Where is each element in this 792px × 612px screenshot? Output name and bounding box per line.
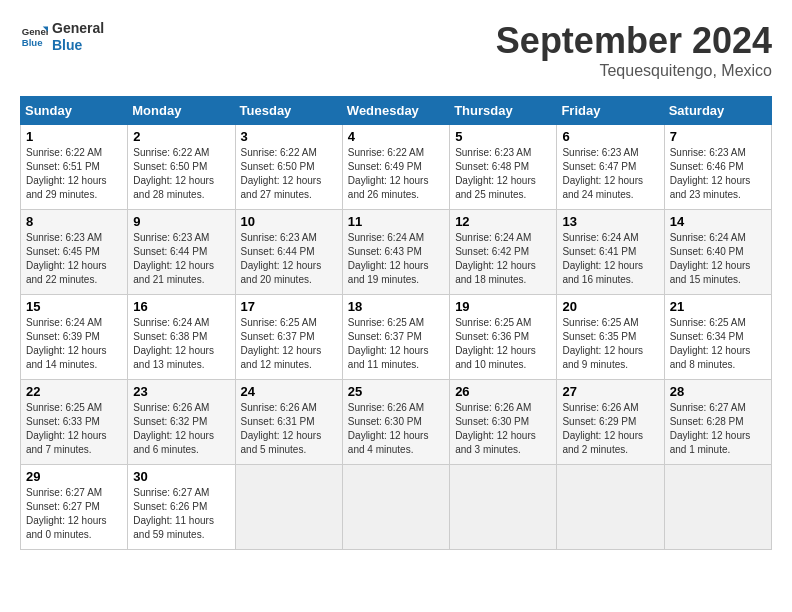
calendar-cell: 23 Sunrise: 6:26 AM Sunset: 6:32 PM Dayl… — [128, 380, 235, 465]
logo: General Blue General Blue — [20, 20, 104, 54]
weekday-header: Sunday — [21, 97, 128, 125]
weekday-header: Saturday — [664, 97, 771, 125]
day-detail: Sunrise: 6:27 AM Sunset: 6:28 PM Dayligh… — [670, 401, 766, 457]
calendar-cell: 21 Sunrise: 6:25 AM Sunset: 6:34 PM Dayl… — [664, 295, 771, 380]
day-number: 14 — [670, 214, 766, 229]
logo-blue: Blue — [52, 37, 104, 54]
calendar-cell — [557, 465, 664, 550]
title-block: September 2024 Tequesquitengo, Mexico — [496, 20, 772, 80]
calendar-cell: 4 Sunrise: 6:22 AM Sunset: 6:49 PM Dayli… — [342, 125, 449, 210]
day-detail: Sunrise: 6:23 AM Sunset: 6:46 PM Dayligh… — [670, 146, 766, 202]
day-number: 10 — [241, 214, 337, 229]
day-number: 24 — [241, 384, 337, 399]
month-title: September 2024 — [496, 20, 772, 62]
calendar-cell: 17 Sunrise: 6:25 AM Sunset: 6:37 PM Dayl… — [235, 295, 342, 380]
day-detail: Sunrise: 6:24 AM Sunset: 6:43 PM Dayligh… — [348, 231, 444, 287]
day-number: 21 — [670, 299, 766, 314]
calendar-cell: 11 Sunrise: 6:24 AM Sunset: 6:43 PM Dayl… — [342, 210, 449, 295]
svg-text:Blue: Blue — [22, 37, 43, 48]
calendar-cell: 2 Sunrise: 6:22 AM Sunset: 6:50 PM Dayli… — [128, 125, 235, 210]
day-detail: Sunrise: 6:25 AM Sunset: 6:37 PM Dayligh… — [241, 316, 337, 372]
calendar-body: 1 Sunrise: 6:22 AM Sunset: 6:51 PM Dayli… — [21, 125, 772, 550]
day-detail: Sunrise: 6:26 AM Sunset: 6:29 PM Dayligh… — [562, 401, 658, 457]
calendar-row: 1 Sunrise: 6:22 AM Sunset: 6:51 PM Dayli… — [21, 125, 772, 210]
calendar-cell: 12 Sunrise: 6:24 AM Sunset: 6:42 PM Dayl… — [450, 210, 557, 295]
day-detail: Sunrise: 6:24 AM Sunset: 6:42 PM Dayligh… — [455, 231, 551, 287]
day-detail: Sunrise: 6:25 AM Sunset: 6:33 PM Dayligh… — [26, 401, 122, 457]
day-number: 11 — [348, 214, 444, 229]
day-number: 3 — [241, 129, 337, 144]
day-number: 26 — [455, 384, 551, 399]
weekday-header: Tuesday — [235, 97, 342, 125]
calendar-cell: 20 Sunrise: 6:25 AM Sunset: 6:35 PM Dayl… — [557, 295, 664, 380]
day-number: 16 — [133, 299, 229, 314]
svg-text:General: General — [22, 26, 48, 37]
calendar-row: 8 Sunrise: 6:23 AM Sunset: 6:45 PM Dayli… — [21, 210, 772, 295]
weekday-header: Thursday — [450, 97, 557, 125]
weekday-header: Wednesday — [342, 97, 449, 125]
day-detail: Sunrise: 6:24 AM Sunset: 6:40 PM Dayligh… — [670, 231, 766, 287]
calendar-row: 29 Sunrise: 6:27 AM Sunset: 6:27 PM Dayl… — [21, 465, 772, 550]
day-detail: Sunrise: 6:23 AM Sunset: 6:44 PM Dayligh… — [241, 231, 337, 287]
calendar-cell: 9 Sunrise: 6:23 AM Sunset: 6:44 PM Dayli… — [128, 210, 235, 295]
page-header: General Blue General Blue September 2024… — [20, 20, 772, 80]
day-number: 7 — [670, 129, 766, 144]
calendar-cell: 8 Sunrise: 6:23 AM Sunset: 6:45 PM Dayli… — [21, 210, 128, 295]
day-detail: Sunrise: 6:23 AM Sunset: 6:48 PM Dayligh… — [455, 146, 551, 202]
day-number: 13 — [562, 214, 658, 229]
calendar-cell: 28 Sunrise: 6:27 AM Sunset: 6:28 PM Dayl… — [664, 380, 771, 465]
calendar-cell: 22 Sunrise: 6:25 AM Sunset: 6:33 PM Dayl… — [21, 380, 128, 465]
calendar-cell — [664, 465, 771, 550]
day-detail: Sunrise: 6:23 AM Sunset: 6:47 PM Dayligh… — [562, 146, 658, 202]
day-detail: Sunrise: 6:22 AM Sunset: 6:51 PM Dayligh… — [26, 146, 122, 202]
day-detail: Sunrise: 6:25 AM Sunset: 6:36 PM Dayligh… — [455, 316, 551, 372]
day-number: 19 — [455, 299, 551, 314]
calendar-cell: 6 Sunrise: 6:23 AM Sunset: 6:47 PM Dayli… — [557, 125, 664, 210]
calendar-cell: 7 Sunrise: 6:23 AM Sunset: 6:46 PM Dayli… — [664, 125, 771, 210]
day-number: 17 — [241, 299, 337, 314]
day-number: 2 — [133, 129, 229, 144]
calendar-cell: 5 Sunrise: 6:23 AM Sunset: 6:48 PM Dayli… — [450, 125, 557, 210]
day-detail: Sunrise: 6:22 AM Sunset: 6:50 PM Dayligh… — [133, 146, 229, 202]
day-detail: Sunrise: 6:24 AM Sunset: 6:41 PM Dayligh… — [562, 231, 658, 287]
day-number: 25 — [348, 384, 444, 399]
day-number: 5 — [455, 129, 551, 144]
day-number: 18 — [348, 299, 444, 314]
calendar-cell: 16 Sunrise: 6:24 AM Sunset: 6:38 PM Dayl… — [128, 295, 235, 380]
header-row: SundayMondayTuesdayWednesdayThursdayFrid… — [21, 97, 772, 125]
day-number: 15 — [26, 299, 122, 314]
logo-icon: General Blue — [20, 23, 48, 51]
day-detail: Sunrise: 6:22 AM Sunset: 6:50 PM Dayligh… — [241, 146, 337, 202]
day-number: 8 — [26, 214, 122, 229]
calendar-cell — [450, 465, 557, 550]
day-detail: Sunrise: 6:26 AM Sunset: 6:31 PM Dayligh… — [241, 401, 337, 457]
day-number: 6 — [562, 129, 658, 144]
day-number: 4 — [348, 129, 444, 144]
calendar-cell — [235, 465, 342, 550]
day-detail: Sunrise: 6:25 AM Sunset: 6:34 PM Dayligh… — [670, 316, 766, 372]
calendar-cell: 24 Sunrise: 6:26 AM Sunset: 6:31 PM Dayl… — [235, 380, 342, 465]
calendar-table: SundayMondayTuesdayWednesdayThursdayFrid… — [20, 96, 772, 550]
weekday-header: Monday — [128, 97, 235, 125]
calendar-row: 22 Sunrise: 6:25 AM Sunset: 6:33 PM Dayl… — [21, 380, 772, 465]
day-detail: Sunrise: 6:23 AM Sunset: 6:44 PM Dayligh… — [133, 231, 229, 287]
day-number: 28 — [670, 384, 766, 399]
weekday-header: Friday — [557, 97, 664, 125]
calendar-cell: 14 Sunrise: 6:24 AM Sunset: 6:40 PM Dayl… — [664, 210, 771, 295]
day-detail: Sunrise: 6:27 AM Sunset: 6:27 PM Dayligh… — [26, 486, 122, 542]
day-detail: Sunrise: 6:24 AM Sunset: 6:39 PM Dayligh… — [26, 316, 122, 372]
day-detail: Sunrise: 6:24 AM Sunset: 6:38 PM Dayligh… — [133, 316, 229, 372]
day-number: 22 — [26, 384, 122, 399]
logo-general: General — [52, 20, 104, 37]
calendar-header: SundayMondayTuesdayWednesdayThursdayFrid… — [21, 97, 772, 125]
day-number: 23 — [133, 384, 229, 399]
calendar-cell: 1 Sunrise: 6:22 AM Sunset: 6:51 PM Dayli… — [21, 125, 128, 210]
calendar-cell: 29 Sunrise: 6:27 AM Sunset: 6:27 PM Dayl… — [21, 465, 128, 550]
location-title: Tequesquitengo, Mexico — [496, 62, 772, 80]
calendar-cell: 18 Sunrise: 6:25 AM Sunset: 6:37 PM Dayl… — [342, 295, 449, 380]
day-number: 30 — [133, 469, 229, 484]
calendar-row: 15 Sunrise: 6:24 AM Sunset: 6:39 PM Dayl… — [21, 295, 772, 380]
day-number: 1 — [26, 129, 122, 144]
calendar-cell: 19 Sunrise: 6:25 AM Sunset: 6:36 PM Dayl… — [450, 295, 557, 380]
day-number: 27 — [562, 384, 658, 399]
